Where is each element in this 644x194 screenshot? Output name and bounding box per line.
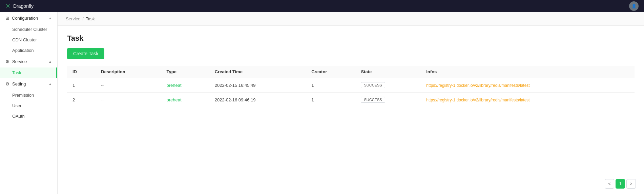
col-type: Type: [161, 66, 209, 78]
prev-icon: <: [608, 181, 610, 186]
pagination: < 1 >: [605, 179, 636, 189]
sidebar-item-premission[interactable]: Premission: [0, 90, 57, 100]
setting-label: Setting: [12, 81, 26, 86]
sidebar-section-service: ⚙ Service ▲ Task: [0, 56, 57, 78]
breadcrumb-current: Task: [86, 16, 95, 21]
app-logo[interactable]: ✳ Dragonfly: [5, 2, 34, 10]
sidebar-item-task[interactable]: Task: [0, 67, 57, 78]
cell-id: 1: [67, 78, 96, 93]
col-id: ID: [67, 66, 96, 78]
configuration-label: Configuration: [12, 16, 38, 21]
top-navigation: ✳ Dragonfly 👤: [0, 0, 644, 12]
sidebar-item-user[interactable]: User: [0, 100, 57, 111]
app-name: Dragonfly: [13, 3, 34, 9]
breadcrumb: Service / Task: [58, 12, 644, 26]
cell-type[interactable]: preheat: [161, 78, 209, 93]
sidebar-section-setting: ⚙ Setting ▲ Premission User OAuth: [0, 78, 57, 121]
cell-description: --: [96, 78, 161, 93]
sidebar-section-service-header[interactable]: ⚙ Service ▲: [0, 56, 57, 67]
pagination-next-button[interactable]: >: [626, 179, 636, 189]
col-state: State: [355, 66, 421, 78]
dragonfly-icon: ✳: [5, 2, 11, 10]
create-task-button[interactable]: Create Task: [67, 48, 104, 59]
table-row: 1 -- preheat 2022-02-15 16:45:49 1 SUCCE…: [67, 78, 635, 93]
service-chevron-icon: ▲: [48, 60, 52, 63]
pagination-prev-button[interactable]: <: [605, 179, 614, 189]
sidebar-item-scheduler-cluster[interactable]: Scheduler Cluster: [0, 24, 57, 35]
avatar[interactable]: 👤: [629, 1, 639, 11]
cell-description: --: [96, 93, 161, 107]
main-layout: ⊞ Configuration ▲ Scheduler Cluster CDN …: [0, 12, 644, 194]
table-header-row: ID Description Type Created Time Creator…: [67, 66, 635, 78]
configuration-icon: ⊞: [5, 16, 9, 21]
cell-creator: 1: [306, 78, 355, 93]
sidebar-item-cdn-cluster[interactable]: CDN Cluster: [0, 35, 57, 45]
sidebar-section-setting-header[interactable]: ⚙ Setting ▲: [0, 78, 57, 90]
sidebar-item-application[interactable]: Application: [0, 45, 57, 56]
configuration-chevron-icon: ▲: [48, 16, 52, 20]
setting-icon: ⚙: [5, 81, 9, 86]
cell-creator: 1: [306, 93, 355, 107]
breadcrumb-service[interactable]: Service: [66, 16, 80, 21]
cell-state: SUCCESS: [355, 93, 421, 107]
cell-type[interactable]: preheat: [161, 93, 209, 107]
sidebar-section-configuration: ⊞ Configuration ▲ Scheduler Cluster CDN …: [0, 12, 57, 56]
avatar-initials: 👤: [631, 4, 637, 8]
cell-infos[interactable]: https://registry-1.docker.io/v2/library/…: [421, 78, 635, 93]
cell-id: 2: [67, 93, 96, 107]
pagination-page-1-button[interactable]: 1: [616, 179, 625, 189]
next-icon: >: [630, 181, 632, 186]
page-title: Task: [67, 34, 635, 43]
col-description: Description: [96, 66, 161, 78]
col-created-time: Created Time: [209, 66, 306, 78]
cell-created-time: 2022-02-16 09:46:19: [209, 93, 306, 107]
task-table: ID Description Type Created Time Creator…: [67, 66, 635, 107]
col-infos: Infos: [421, 66, 635, 78]
page-content: Task Create Task ID Description Type Cre…: [58, 26, 644, 115]
table-row: 2 -- preheat 2022-02-16 09:46:19 1 SUCCE…: [67, 93, 635, 107]
cell-state: SUCCESS: [355, 78, 421, 93]
cell-infos[interactable]: https://registry-1.docker.io/v2/library/…: [421, 93, 635, 107]
service-icon: ⚙: [5, 59, 9, 64]
col-creator: Creator: [306, 66, 355, 78]
main-content: Service / Task Task Create Task ID Descr…: [58, 12, 644, 194]
cell-created-time: 2022-02-15 16:45:49: [209, 78, 306, 93]
sidebar: ⊞ Configuration ▲ Scheduler Cluster CDN …: [0, 12, 58, 194]
breadcrumb-separator: /: [82, 16, 84, 21]
table-header: ID Description Type Created Time Creator…: [67, 66, 635, 78]
sidebar-item-oauth[interactable]: OAuth: [0, 111, 57, 121]
setting-chevron-icon: ▲: [48, 82, 52, 86]
sidebar-section-configuration-header[interactable]: ⊞ Configuration ▲: [0, 12, 57, 24]
service-label: Service: [12, 59, 27, 64]
table-body: 1 -- preheat 2022-02-15 16:45:49 1 SUCCE…: [67, 78, 635, 107]
